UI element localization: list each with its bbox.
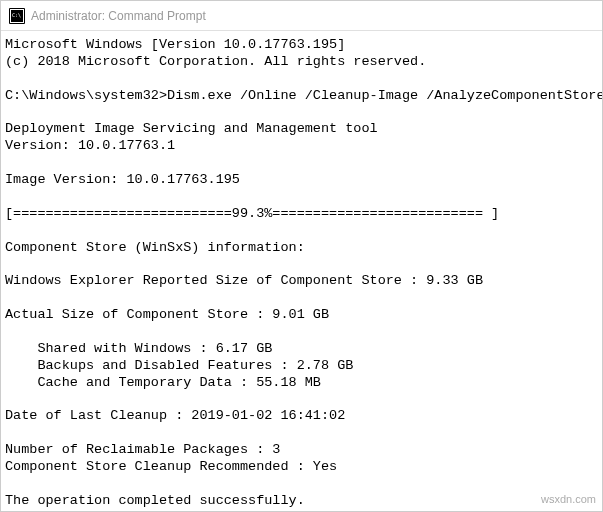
last-cleanup: Date of Last Cleanup : 2019-01-02 16:41:… xyxy=(5,408,345,423)
cache-size: Cache and Temporary Data : 55.18 MB xyxy=(5,375,321,390)
backups-size: Backups and Disabled Features : 2.78 GB xyxy=(5,358,353,373)
actual-size: Actual Size of Component Store : 9.01 GB xyxy=(5,307,329,322)
console-output[interactable]: Microsoft Windows [Version 10.0.17763.19… xyxy=(1,31,602,511)
svg-text:C:\: C:\ xyxy=(12,12,21,18)
titlebar[interactable]: C:\ Administrator: Command Prompt xyxy=(1,1,602,31)
reported-size: Windows Explorer Reported Size of Compon… xyxy=(5,273,483,288)
command: Dism.exe /Online /Cleanup-Image /Analyze… xyxy=(167,88,602,103)
progress-bar: [===========================99.3%=======… xyxy=(5,206,499,221)
image-version: Image Version: 10.0.17763.195 xyxy=(5,172,240,187)
shared-size: Shared with Windows : 6.17 GB xyxy=(5,341,272,356)
dism-version: Version: 10.0.17763.1 xyxy=(5,138,175,153)
watermark: wsxdn.com xyxy=(541,493,596,507)
window-title: Administrator: Command Prompt xyxy=(31,9,206,23)
banner-line: Microsoft Windows [Version 10.0.17763.19… xyxy=(5,37,345,52)
dism-title: Deployment Image Servicing and Managemen… xyxy=(5,121,378,136)
banner-line: (c) 2018 Microsoft Corporation. All righ… xyxy=(5,54,426,69)
success-message: The operation completed successfully. xyxy=(5,493,305,508)
reclaimable: Number of Reclaimable Packages : 3 xyxy=(5,442,280,457)
recommended: Component Store Cleanup Recommended : Ye… xyxy=(5,459,337,474)
prompt: C:\Windows\system32> xyxy=(5,88,167,103)
cmd-icon: C:\ xyxy=(9,8,25,24)
store-header: Component Store (WinSxS) information: xyxy=(5,240,305,255)
